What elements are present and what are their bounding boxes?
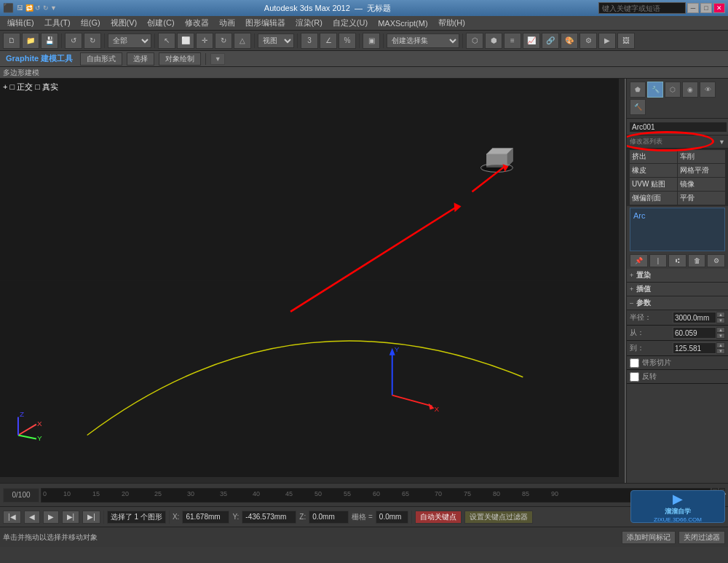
- obj-paint-btn[interactable]: 对象绘制: [159, 52, 201, 66]
- from-down[interactable]: ▼: [716, 333, 725, 339]
- timeline-track[interactable]: 0 10 15 20 25 30 35 40 45 50 55 60 65 70…: [41, 488, 711, 503]
- menu-modifiers[interactable]: 修改器: [181, 17, 213, 29]
- toolbar-align[interactable]: ⬢: [485, 33, 502, 49]
- playback-end[interactable]: ▶|: [82, 511, 100, 524]
- stack-pin-btn[interactable]: 📌: [630, 254, 648, 267]
- toolbar-move[interactable]: ✛: [196, 33, 213, 49]
- mod-extrude[interactable]: 挤出: [630, 150, 677, 163]
- modifier-dropdown-header[interactable]: 修改器列表 ▼: [627, 135, 728, 149]
- toolbar-render-setup[interactable]: ⚙: [579, 33, 597, 49]
- auto-key-btn[interactable]: 自动关键点: [415, 511, 462, 524]
- toolbar-undo[interactable]: ↺: [65, 33, 82, 49]
- maximize-button[interactable]: □: [700, 3, 712, 13]
- from-input[interactable]: [673, 327, 716, 339]
- toolbar-snap-toggle[interactable]: 3: [301, 33, 318, 49]
- toolbar-select[interactable]: ↖: [158, 33, 175, 49]
- playback-play[interactable]: ▶: [43, 511, 59, 524]
- create-icon[interactable]: ⬟: [630, 82, 646, 98]
- menu-edit[interactable]: 编辑(E): [3, 17, 39, 29]
- hierarchy-icon[interactable]: ⬡: [665, 82, 681, 98]
- toolbar-rotate[interactable]: ↻: [215, 33, 232, 49]
- render-section-header[interactable]: + 置染: [627, 269, 728, 283]
- viewport[interactable]: + □ 正交 □ 真实: [0, 79, 626, 483]
- minimize-button[interactable]: ─: [687, 3, 699, 13]
- menu-maxscript[interactable]: MAXScript(M): [373, 18, 432, 28]
- object-name-input[interactable]: [630, 122, 727, 132]
- mod-skin[interactable]: 平骨: [678, 192, 725, 205]
- mod-mirror[interactable]: 镜像: [678, 178, 725, 191]
- radius-up[interactable]: ▲: [716, 312, 725, 318]
- toolbar-percent-snap[interactable]: %: [339, 33, 356, 49]
- toolbar-material[interactable]: 🎨: [561, 33, 578, 49]
- toolbar-activeshade[interactable]: 🖼: [617, 33, 635, 49]
- menu-group[interactable]: 组(G): [76, 17, 105, 29]
- reverse-checkbox[interactable]: [630, 372, 639, 382]
- from-spinner[interactable]: ▲ ▼: [673, 327, 725, 339]
- expand-btn[interactable]: ▼: [210, 53, 225, 65]
- to-down[interactable]: ▼: [716, 348, 725, 354]
- viewport-vscrollbar[interactable]: [619, 79, 625, 483]
- playback-next[interactable]: ▶|: [62, 511, 80, 524]
- mod-eraser[interactable]: 橡皮: [630, 164, 677, 177]
- utilities-icon[interactable]: 🔨: [630, 99, 646, 115]
- menu-views[interactable]: 视图(V): [106, 17, 142, 29]
- toolbar-scale[interactable]: △: [234, 33, 251, 49]
- display-icon[interactable]: 👁: [700, 82, 716, 98]
- toolbar-angle-snap[interactable]: ∠: [320, 33, 337, 49]
- selection-set-dropdown[interactable]: 全部: [108, 34, 151, 48]
- stack-make-unique-btn[interactable]: ⑆: [668, 254, 687, 267]
- menu-create[interactable]: 创建(C): [143, 17, 178, 29]
- toolbar-named-sel[interactable]: ▣: [363, 33, 380, 49]
- toolbar-new[interactable]: 🗋: [3, 33, 20, 49]
- toolbar-redo[interactable]: ↻: [84, 33, 101, 49]
- mod-meshsmooth[interactable]: 网格平滑: [678, 164, 725, 177]
- menu-animation[interactable]: 动画: [215, 17, 240, 29]
- menu-graph-editors[interactable]: 图形编辑器: [241, 17, 290, 29]
- toolbar-render[interactable]: ▶: [598, 33, 616, 49]
- mod-slice[interactable]: 侧偏剖面: [630, 192, 677, 205]
- interp-section-header[interactable]: + 插值: [627, 283, 728, 296]
- add-time-tag-btn[interactable]: 添加时间标记: [622, 531, 676, 544]
- snap-dropdown[interactable]: 视图: [258, 34, 294, 48]
- params-section-header[interactable]: – 参数: [627, 296, 728, 310]
- motion-icon[interactable]: ◉: [682, 82, 698, 98]
- mod-uvw[interactable]: UVW 贴图: [630, 178, 677, 191]
- menu-customize[interactable]: 自定义(U): [328, 17, 372, 29]
- modifier-dropdown-btn[interactable]: ▼: [719, 138, 725, 146]
- toolbar-save[interactable]: 💾: [41, 33, 58, 49]
- interp-section-label: 插值: [636, 284, 651, 294]
- pie-slice-checkbox[interactable]: [630, 358, 639, 368]
- from-up[interactable]: ▲: [716, 327, 725, 333]
- stack-delete-btn[interactable]: 🗑: [688, 254, 706, 267]
- toolbar-curve-editor[interactable]: 📈: [523, 33, 540, 49]
- radius-spinner[interactable]: ▲ ▼: [673, 312, 725, 323]
- close-button[interactable]: ✕: [713, 3, 725, 13]
- select-btn[interactable]: 选择: [127, 52, 154, 66]
- mod-lathe[interactable]: 车削: [678, 150, 725, 163]
- toolbar-mirror[interactable]: ⬡: [466, 33, 483, 49]
- close-filter-btn[interactable]: 关闭过滤器: [678, 531, 725, 544]
- radius-down[interactable]: ▼: [716, 318, 725, 323]
- toolbar-select-region[interactable]: ⬜: [177, 33, 194, 49]
- stack-item-arc[interactable]: Arc: [633, 211, 721, 220]
- freeform-btn[interactable]: 自由形式: [80, 52, 122, 66]
- radius-input[interactable]: [673, 312, 716, 323]
- stack-config-btn[interactable]: ⚙: [707, 254, 725, 267]
- modify-icon[interactable]: 🔧: [647, 82, 663, 98]
- set-key-btn[interactable]: 设置关键点过滤器: [464, 511, 533, 524]
- playback-start[interactable]: |◀: [3, 511, 21, 524]
- menu-render[interactable]: 渲染(R): [291, 17, 327, 29]
- viewport-hscrollbar[interactable]: [0, 477, 625, 483]
- selection-filter-dropdown[interactable]: 创建选择集: [387, 34, 459, 48]
- to-input[interactable]: [673, 342, 716, 354]
- toolbar-layer[interactable]: ≡: [504, 33, 521, 49]
- to-up[interactable]: ▲: [716, 342, 725, 348]
- menu-help[interactable]: 帮助(H): [434, 17, 470, 29]
- to-spinner[interactable]: ▲ ▼: [673, 342, 725, 354]
- toolbar-schematic[interactable]: 🔗: [542, 33, 559, 49]
- playback-prev[interactable]: ◀: [24, 511, 40, 524]
- search-input[interactable]: [598, 2, 686, 14]
- toolbar-open[interactable]: 📁: [22, 33, 39, 49]
- menu-tools[interactable]: 工具(T): [40, 17, 75, 29]
- stack-show-end-btn[interactable]: |: [649, 254, 668, 267]
